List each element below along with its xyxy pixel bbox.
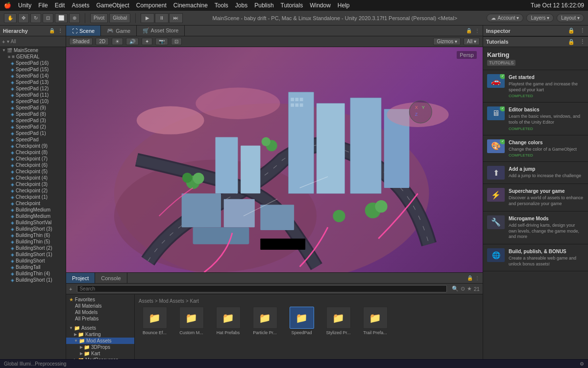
list-item[interactable]: ◈BuildingShort (1) bbox=[0, 251, 66, 258]
menu-edit[interactable]: Edit bbox=[55, 2, 65, 9]
tab-scene[interactable]: ⛶Scene bbox=[66, 26, 101, 36]
menu-publish[interactable]: Publish bbox=[254, 2, 273, 9]
project-add[interactable]: + bbox=[69, 286, 72, 292]
scene-viewport[interactable]: X Y Z Persp bbox=[66, 47, 483, 272]
fx-button[interactable]: ✦ bbox=[142, 38, 152, 45]
list-item[interactable]: ◈Checkpoint (8) bbox=[0, 149, 66, 156]
layers-button[interactable]: Layers ▾ bbox=[526, 14, 554, 22]
hidden-button[interactable]: ⊡ bbox=[171, 38, 182, 45]
project-menu-icon[interactable]: ⋮ bbox=[475, 275, 480, 281]
list-item[interactable]: ◈SpeedPad (10) bbox=[0, 98, 66, 105]
menu-tutorials[interactable]: Tutorials bbox=[281, 2, 303, 9]
scale-tool[interactable]: ⊡ bbox=[43, 13, 53, 23]
tutorials-menu-icon[interactable]: ⋮ bbox=[580, 39, 585, 45]
tutorial-item-change-colors[interactable]: 🎨 ✓ Change colors Change the color of a … bbox=[483, 135, 588, 162]
menu-jobs[interactable]: Jobs bbox=[235, 2, 247, 9]
asset-hat-prefabs[interactable]: 📁 Hat Prefabs bbox=[212, 307, 244, 336]
list-item[interactable]: ◈Checkpoint (9) bbox=[0, 143, 66, 149]
menu-gameobject[interactable]: GameObject bbox=[96, 2, 129, 9]
list-item[interactable]: ◈SpeedPad (2) bbox=[0, 124, 66, 130]
tutorials-lock-icon[interactable]: 🔒 bbox=[568, 39, 575, 45]
tutorial-item-supercharge[interactable]: ⚡ Supercharge your game Discover a world… bbox=[483, 184, 588, 211]
maximize-scene[interactable]: 🔒 bbox=[466, 28, 472, 33]
tree-mod-assets[interactable]: ▼ 📁 Mod Assets bbox=[66, 338, 134, 344]
list-item[interactable]: ◈BuildingThin (5) bbox=[0, 238, 66, 245]
asset-particle-pr[interactable]: 📁 Particle Pr... bbox=[249, 307, 281, 336]
list-item[interactable]: ◈SpeedPad (14) bbox=[0, 73, 66, 79]
list-item[interactable]: ◈Checkpoint (4) bbox=[0, 175, 66, 181]
tree-3dprops[interactable]: ▶ 📁 3DProps bbox=[66, 344, 134, 350]
list-item[interactable]: ◈Checkpoint (6) bbox=[0, 162, 66, 168]
list-item[interactable]: ◈Checkpoint (2) bbox=[0, 187, 66, 194]
list-item[interactable]: ◈SpeedPad (16) bbox=[0, 60, 66, 66]
tree-all-materials[interactable]: All Materials bbox=[66, 303, 134, 309]
tutorial-item-editor-basics[interactable]: 🖥 ✓ Editor basics Learn the basic views,… bbox=[483, 103, 588, 135]
all-layers-button[interactable]: All ▾ bbox=[464, 38, 480, 45]
tutorials-body[interactable]: 🚗 ✓ Get started Playtest the game and in… bbox=[483, 70, 588, 368]
list-item[interactable]: ≡ ≡ GENERAL bbox=[0, 53, 66, 60]
tree-assets[interactable]: ▼ 📁 Assets bbox=[66, 325, 134, 331]
list-item[interactable]: ◈SpeedPad (11) bbox=[0, 92, 66, 98]
list-item[interactable]: ◈SpeedPad bbox=[0, 136, 66, 143]
hierarchy-body[interactable]: ▼ 🎬 MainScene ≡ ≡ GENERAL ◈SpeedPad (16)… bbox=[0, 47, 66, 368]
list-item[interactable]: ◈SpeedPad (12) bbox=[0, 85, 66, 92]
menu-component[interactable]: Component bbox=[136, 2, 167, 9]
menu-assets[interactable]: Assets bbox=[72, 2, 89, 9]
list-item[interactable]: ◈BuildingShort (3) bbox=[0, 226, 66, 232]
list-item[interactable]: ◈Checkpoint (7) bbox=[0, 156, 66, 162]
hierarchy-lock[interactable]: 🔒 bbox=[49, 28, 55, 33]
rotate-tool[interactable]: ↻ bbox=[30, 13, 41, 23]
hierarchy-search[interactable]: ▾ All bbox=[7, 39, 16, 44]
list-item[interactable]: ◈SpeedPad (1) bbox=[0, 130, 66, 136]
inspector-menu-icon[interactable]: ⋮ bbox=[580, 27, 585, 34]
menu-cinemachine[interactable]: Cinemachine bbox=[173, 2, 208, 9]
hierarchy-scene[interactable]: ▼ 🎬 MainScene bbox=[0, 47, 66, 53]
list-item[interactable]: ◈SpeedPad (3) bbox=[0, 117, 66, 124]
project-tree[interactable]: ★ Favorites All Materials All Models All… bbox=[66, 294, 135, 359]
audio-button[interactable]: 🔊 bbox=[126, 38, 139, 45]
tab-console[interactable]: Console bbox=[95, 273, 127, 283]
hand-tool[interactable]: ✋ bbox=[4, 13, 17, 23]
layout-button[interactable]: Layout ▾ bbox=[557, 14, 584, 22]
list-item[interactable]: ◈BuildingShort bbox=[0, 258, 66, 264]
project-options[interactable]: ⊙ bbox=[461, 286, 465, 292]
asset-bounce-ef[interactable]: 📁 Bounce Ef... bbox=[139, 307, 171, 336]
menu-file[interactable]: File bbox=[38, 2, 48, 9]
list-item[interactable]: ◈SpeedPad (15) bbox=[0, 66, 66, 73]
project-search-input[interactable] bbox=[77, 285, 446, 292]
list-item[interactable]: ◈BuildingTall bbox=[0, 264, 66, 270]
tutorial-item-add-jump[interactable]: ⬆ Add a jump Add a jump to increase the … bbox=[483, 162, 588, 184]
list-item[interactable]: ◈Checkpoint bbox=[0, 200, 66, 207]
transform-tool[interactable]: ⊕ bbox=[69, 13, 80, 23]
tree-all-models[interactable]: All Models bbox=[66, 309, 134, 315]
list-item[interactable]: ◈BuildingShortVal bbox=[0, 219, 66, 226]
tab-game[interactable]: 🎮Game bbox=[101, 26, 137, 36]
pause-button[interactable]: ⏸ bbox=[155, 13, 169, 23]
shaded-dropdown[interactable]: Shaded bbox=[69, 38, 93, 45]
scene-menu[interactable]: ⋮ bbox=[475, 28, 480, 33]
list-item[interactable]: ◈BuildingShort (1) bbox=[0, 277, 66, 283]
project-filter[interactable]: ★ bbox=[467, 286, 472, 292]
step-button[interactable]: ⏭ bbox=[169, 13, 183, 23]
tree-karting[interactable]: ▶ 📁 Karting bbox=[66, 331, 134, 338]
scene-camera[interactable]: 📷 bbox=[155, 38, 168, 45]
apple-menu[interactable]: 🍎 bbox=[4, 2, 11, 9]
2d-button[interactable]: 2D bbox=[96, 38, 109, 45]
asset-trail-prefa[interactable]: 📁 Trail Prefa... bbox=[359, 307, 391, 336]
hierarchy-menu[interactable]: ⋮ bbox=[58, 28, 63, 33]
pivot-button[interactable]: Pivot bbox=[90, 13, 108, 23]
list-item[interactable]: ◈SpeedPad (13) bbox=[0, 79, 66, 85]
list-item[interactable]: ◈Checkpoint (5) bbox=[0, 168, 66, 175]
list-item[interactable]: ◈BuildingMedium bbox=[0, 213, 66, 219]
play-button[interactable]: ▶ bbox=[141, 13, 154, 23]
hierarchy-add[interactable]: + bbox=[2, 39, 5, 45]
asset-stylized-pr[interactable]: 📁 Stylized Pr... bbox=[322, 307, 354, 336]
tree-favorites[interactable]: ★ Favorites bbox=[66, 296, 134, 303]
tab-asset-store[interactable]: 🛒 Asset Store bbox=[137, 26, 185, 36]
project-lock-icon[interactable]: 🔒 bbox=[467, 275, 473, 281]
gizmos-button[interactable]: Gizmos ▾ bbox=[433, 38, 461, 45]
tutorial-item-build-publish[interactable]: 🌐 Build, publish, & BONUS Create a share… bbox=[483, 244, 588, 271]
rect-tool[interactable]: ⬜ bbox=[55, 13, 68, 23]
tree-all-prefabs[interactable]: All Prefabs bbox=[66, 315, 134, 322]
tutorial-item-microgame[interactable]: 🔧 Microgame Mods Add self-driving karts,… bbox=[483, 211, 588, 244]
